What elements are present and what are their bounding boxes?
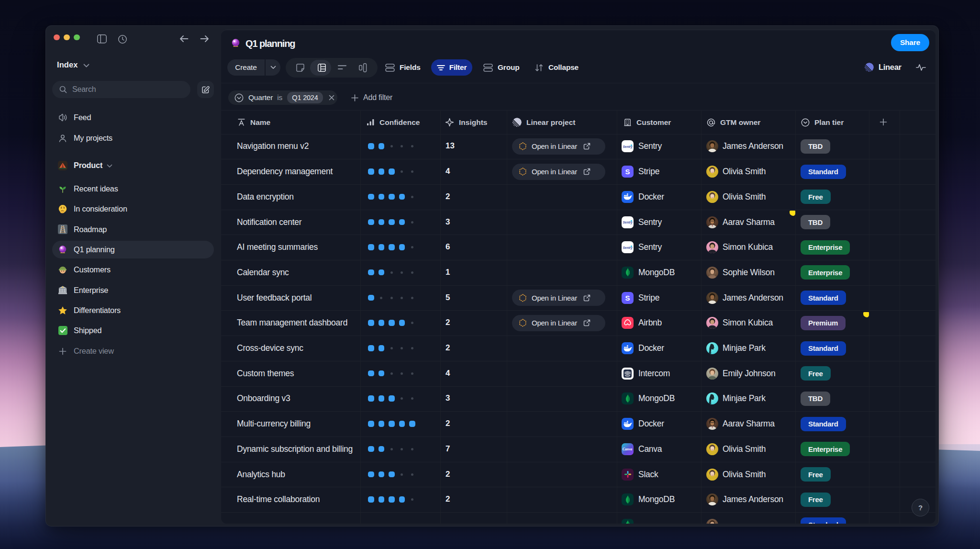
svg-text:Canva: Canva — [623, 447, 632, 451]
